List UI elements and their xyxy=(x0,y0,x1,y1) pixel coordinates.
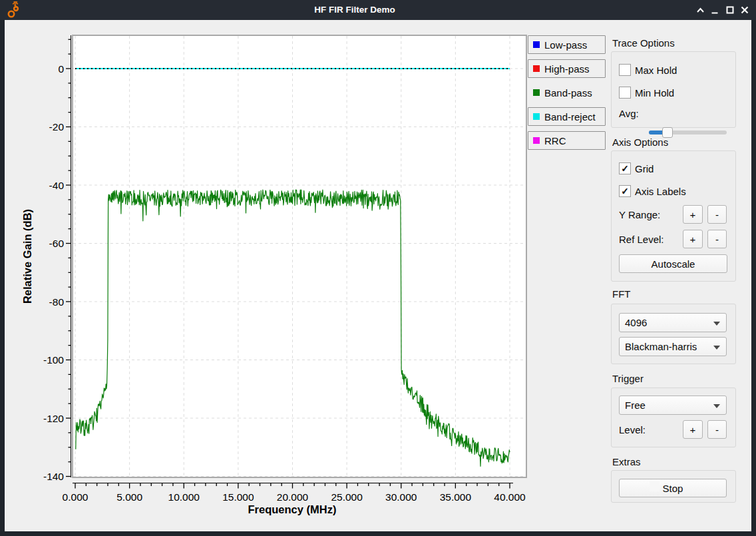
y-range-plus-button[interactable]: + xyxy=(683,205,703,224)
legend-label: Band-reject xyxy=(544,111,596,123)
y-tick-label: -40 xyxy=(49,180,65,191)
axis-labels-label: Axis Labels xyxy=(635,186,686,198)
chevron-down-icon xyxy=(713,322,720,326)
autoscale-button[interactable]: Autoscale xyxy=(619,254,727,273)
trigger-level-label: Level: xyxy=(619,424,646,436)
trigger-heading: Trigger xyxy=(612,373,644,385)
fft-size-value: 4096 xyxy=(625,317,647,328)
x-tick-label: 25.000 xyxy=(331,491,363,503)
ref-level-plus-button[interactable]: + xyxy=(683,230,703,248)
y-axis-title: Relative Gain (dB) xyxy=(21,209,33,304)
x-tick-label: 40.000 xyxy=(494,491,526,503)
x-tick-label: 0.000 xyxy=(63,491,89,503)
trigger-level-minus-button[interactable]: - xyxy=(707,420,727,439)
window-title: HF FIR Filter Demo xyxy=(0,0,709,20)
chevron-up-icon xyxy=(696,7,705,14)
x-axis-title: Frequency (MHz) xyxy=(248,503,337,515)
frequency-plot[interactable]: 0-20-40-60-80-100-120-1400.0005.00010.00… xyxy=(13,27,539,526)
title-bar: HF FIR Filter Demo xyxy=(0,0,756,20)
grid-checkbox[interactable]: ✓ xyxy=(619,162,631,174)
min-hold-label: Min Hold xyxy=(635,87,674,99)
y-tick-label: -60 xyxy=(49,238,65,249)
high-pass-swatch-icon xyxy=(533,65,540,72)
y-tick-label: -20 xyxy=(49,121,65,133)
legend-button-rrc[interactable]: RRC xyxy=(528,131,606,150)
minimize-button[interactable] xyxy=(709,5,721,15)
grid-label: Grid xyxy=(635,163,654,175)
trace-options-heading: Trace Options xyxy=(612,37,675,49)
close-button[interactable] xyxy=(739,5,751,15)
fft-window-value: Blackman-harris xyxy=(625,341,697,352)
rrc-swatch-icon xyxy=(533,137,540,144)
y-tick-label: -140 xyxy=(43,471,64,482)
y-range-minus-button[interactable]: - xyxy=(707,205,727,224)
x-tick-label: 30.000 xyxy=(385,491,417,503)
ref-level-label: Ref Level: xyxy=(619,234,664,246)
close-icon xyxy=(741,6,749,14)
fft-size-dropdown[interactable]: 4096 xyxy=(619,313,727,332)
trigger-mode-value: Free xyxy=(625,400,646,411)
stop-button[interactable]: Stop xyxy=(619,479,727,497)
plot-background xyxy=(72,35,527,478)
maximize-button[interactable] xyxy=(724,5,736,15)
x-tick-label: 15.000 xyxy=(222,491,254,503)
y-range-label: Y Range: xyxy=(619,209,660,221)
legend-label: Band-pass xyxy=(544,87,592,99)
main-content: 0-20-40-60-80-100-120-1400.0005.00010.00… xyxy=(5,20,751,531)
stop-button-highlight-icon xyxy=(650,481,660,491)
low-pass-swatch-icon xyxy=(533,41,540,48)
trigger-level-plus-button[interactable]: + xyxy=(683,420,703,439)
legend-label: High-pass xyxy=(544,63,590,75)
y-tick-label: -100 xyxy=(43,354,64,366)
legend-button-band-reject[interactable]: Band-reject xyxy=(528,107,606,126)
trigger-mode-dropdown[interactable]: Free xyxy=(619,396,727,415)
extras-heading: Extras xyxy=(612,456,641,468)
minimize-icon xyxy=(711,7,719,14)
legend-button-low-pass[interactable]: Low-pass xyxy=(528,35,606,54)
fft-window-dropdown[interactable]: Blackman-harris xyxy=(619,337,727,356)
y-tick-label: 0 xyxy=(58,63,64,75)
shade-button[interactable] xyxy=(694,5,706,15)
ref-level-minus-button[interactable]: - xyxy=(707,230,727,248)
legend-label: RRC xyxy=(544,135,566,146)
x-tick-label: 35.000 xyxy=(440,491,472,503)
chevron-down-icon xyxy=(713,346,720,350)
axis-options-heading: Axis Options xyxy=(612,136,668,148)
legend-button-band-pass[interactable]: Band-pass xyxy=(528,83,606,102)
legend-label: Low-pass xyxy=(544,39,587,51)
axis-labels-checkbox[interactable]: ✓ xyxy=(619,185,631,197)
avg-label: Avg: xyxy=(619,108,639,120)
chevron-down-icon xyxy=(713,404,720,408)
max-hold-checkbox[interactable] xyxy=(619,64,631,76)
x-tick-label: 20.000 xyxy=(277,491,309,503)
legend-button-high-pass[interactable]: High-pass xyxy=(528,59,606,78)
max-hold-label: Max Hold xyxy=(635,65,677,77)
x-tick-label: 5.000 xyxy=(116,491,142,503)
fft-heading: FFT xyxy=(612,288,631,300)
x-tick-label: 10.000 xyxy=(168,491,200,503)
y-tick-label: -120 xyxy=(43,413,64,424)
y-tick-label: -80 xyxy=(49,296,65,308)
maximize-icon xyxy=(726,6,734,14)
min-hold-checkbox[interactable] xyxy=(619,87,631,99)
band-pass-swatch-icon xyxy=(533,89,540,96)
band-reject-swatch-icon xyxy=(533,113,540,120)
